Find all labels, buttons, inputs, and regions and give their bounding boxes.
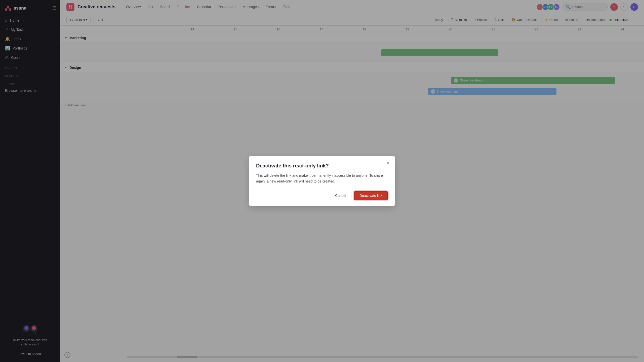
deactivate-dialog: Deactivate this read-only link? ✕ This w…: [249, 156, 395, 206]
dialog-actions: Cancel Deactivate link: [256, 191, 388, 200]
deactivate-button[interactable]: Deactivate link: [354, 191, 388, 200]
cancel-button[interactable]: Cancel: [330, 191, 351, 200]
modal-overlay[interactable]: Deactivate this read-only link? ✕ This w…: [0, 0, 644, 362]
dialog-close-button[interactable]: ✕: [385, 160, 391, 166]
dialog-body: This will delete the link and make it pe…: [256, 173, 388, 184]
dialog-title: Deactivate this read-only link?: [256, 163, 388, 169]
